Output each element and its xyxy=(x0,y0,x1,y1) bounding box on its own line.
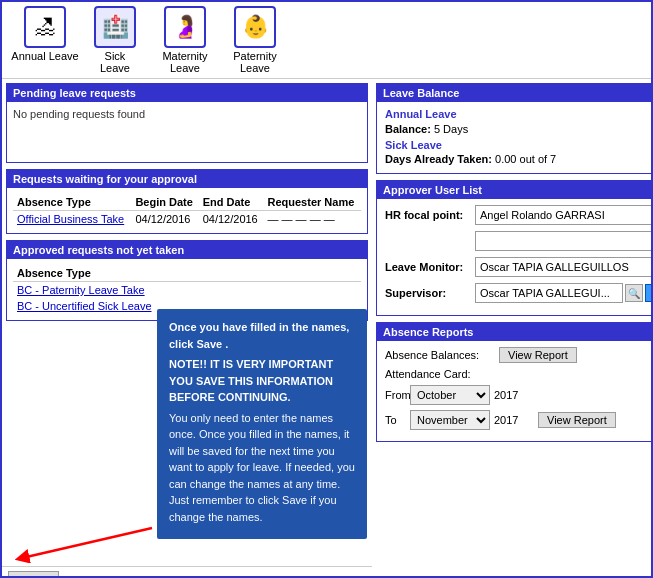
annual-leave-balance-label: Annual Leave xyxy=(385,108,653,120)
paternity-leave-icon-item[interactable]: 👶 Paternity Leave xyxy=(220,6,290,74)
paternity-leave-link[interactable]: BC - Paternity Leave Take xyxy=(17,284,145,296)
leave-icons-bar: 🏖 Annual Leave 🏥 SickLeave 🤰 Maternity L… xyxy=(2,2,651,79)
official-business-link[interactable]: Official Business Take xyxy=(17,213,124,225)
maternity-leave-icon: 🤰 xyxy=(164,6,206,48)
days-taken-row: Days Already Taken: 0.00 out of 7 xyxy=(385,153,653,165)
bottom-bar: Save xyxy=(2,566,372,578)
red-arrow-icon xyxy=(12,523,162,563)
days-taken-value: 0.00 out of 7 xyxy=(495,153,556,165)
end-date-cell: 04/12/2016 xyxy=(199,211,264,228)
hr-focal-input2[interactable] xyxy=(475,231,653,251)
supervisor-input[interactable] xyxy=(475,283,623,303)
sick-leave-icon: 🏥 xyxy=(94,6,136,48)
balance-value: 5 Days xyxy=(434,123,468,135)
tooltip-line2: NOTE!! IT IS VERY IMPORTANT YOU SAVE THI… xyxy=(169,356,355,406)
approved-header: Approved requests not yet taken xyxy=(7,241,367,259)
save-button[interactable]: Save xyxy=(8,571,59,578)
absence-type-cell[interactable]: Official Business Take xyxy=(13,211,131,228)
col-end-date: End Date xyxy=(199,194,264,211)
reports-body: Absence Balances: View Report Attendance… xyxy=(377,341,653,441)
annual-leave-icon: 🏖 xyxy=(24,6,66,48)
supervisor-row: Supervisor: 🔍 + − xyxy=(385,283,653,303)
balance-section: Leave Balance Annual Leave Balance: 5 Da… xyxy=(376,83,653,174)
view-report-button-2[interactable]: View Report xyxy=(538,412,616,428)
hr-focal-input[interactable] xyxy=(475,205,653,225)
view-report-button-1[interactable]: View Report xyxy=(499,347,577,363)
hr-focal-row2: 🔍 xyxy=(385,231,653,251)
sick-leave-balance-label: Sick Leave xyxy=(385,139,653,151)
annual-leave-label: Annual Leave xyxy=(11,50,78,62)
hr-focal-row: HR focal point: 🔍 xyxy=(385,205,653,225)
balance-row: Balance: 5 Days xyxy=(385,123,653,135)
leave-monitor-label: Leave Monitor: xyxy=(385,261,475,273)
tooltip-line3: You only need to enter the names once. O… xyxy=(169,410,355,526)
waiting-header: Requests waiting for your approval xyxy=(7,170,367,188)
maternity-leave-icon-item[interactable]: 🤰 Maternity Leave xyxy=(150,6,220,74)
tooltip-line1: Once you have filled in the names, click… xyxy=(169,319,355,352)
from-row: From JanuaryFebruaryMarch AprilMayJune J… xyxy=(385,385,653,405)
supervisor-label: Supervisor: xyxy=(385,287,475,299)
reports-header: Absence Reports xyxy=(377,323,653,341)
approved-col-absence-type: Absence Type xyxy=(13,265,361,282)
balance-header: Leave Balance xyxy=(377,84,653,102)
paternity-leave-icon: 👶 xyxy=(234,6,276,48)
to-label: To xyxy=(385,414,410,426)
begin-date-cell: 04/12/2016 xyxy=(131,211,198,228)
maternity-leave-label: Maternity Leave xyxy=(150,50,220,74)
balance-body: Annual Leave Balance: 5 Days Sick Leave … xyxy=(377,102,653,173)
sick-leave-icon-item[interactable]: 🏥 SickLeave xyxy=(80,6,150,74)
leave-monitor-row: Leave Monitor: 🔍 xyxy=(385,257,653,277)
left-panel: Pending leave requests No pending reques… xyxy=(2,79,372,578)
waiting-body: Absence Type Begin Date End Date Request… xyxy=(7,188,367,233)
to-month-select[interactable]: JanuaryFebruaryMarch AprilMayJune JulyAu… xyxy=(410,410,490,430)
col-begin-date: Begin Date xyxy=(131,194,198,211)
supervisor-search-button[interactable]: 🔍 xyxy=(625,284,643,302)
paternity-leave-label: Paternity Leave xyxy=(220,50,290,74)
table-row: BC - Paternity Leave Take xyxy=(13,282,361,299)
to-year: 2017 xyxy=(494,414,534,426)
absence-balances-label: Absence Balances: xyxy=(385,349,495,361)
main-layout: Pending leave requests No pending reques… xyxy=(2,79,651,578)
days-taken-label: Days Already Taken: xyxy=(385,153,492,165)
hr-focal-label: HR focal point: xyxy=(385,209,475,221)
approver-header: Approver User List xyxy=(377,181,653,199)
col-absence-type: Absence Type xyxy=(13,194,131,211)
from-month-select[interactable]: JanuaryFebruaryMarch AprilMayJune JulyAu… xyxy=(410,385,490,405)
attendance-card-label-row: Attendance Card: xyxy=(385,368,653,380)
from-year: 2017 xyxy=(494,389,534,401)
col-requester: Requester Name xyxy=(264,194,362,211)
annual-leave-icon-item[interactable]: 🏖 Annual Leave xyxy=(10,6,80,74)
balance-label: Balance: xyxy=(385,123,431,135)
approver-section: Approver User List HR focal point: 🔍 🔍 L… xyxy=(376,180,653,316)
svg-line-0 xyxy=(22,528,152,558)
right-panel: Leave Balance Annual Leave Balance: 5 Da… xyxy=(372,79,653,578)
waiting-table: Absence Type Begin Date End Date Request… xyxy=(13,194,361,227)
approved-table: Absence Type BC - Paternity Leave Take B… xyxy=(13,265,361,314)
pending-section: Pending leave requests No pending reques… xyxy=(6,83,368,163)
table-row: Official Business Take 04/12/2016 04/12/… xyxy=(13,211,361,228)
tooltip-popup: Once you have filled in the names, click… xyxy=(157,309,367,539)
from-label: From xyxy=(385,389,410,401)
waiting-section: Requests waiting for your approval Absen… xyxy=(6,169,368,234)
reports-section: Absence Reports Absence Balances: View R… xyxy=(376,322,653,442)
sick-leave-label: SickLeave xyxy=(100,50,130,74)
pending-body: No pending requests found xyxy=(7,102,367,162)
requester-cell: — — — — — xyxy=(264,211,362,228)
sick-leave-link[interactable]: BC - Uncertified Sick Leave xyxy=(17,300,152,312)
leave-monitor-input[interactable] xyxy=(475,257,653,277)
attendance-card-label: Attendance Card: xyxy=(385,368,495,380)
approved-absence-1[interactable]: BC - Paternity Leave Take xyxy=(13,282,361,299)
absence-balances-row: Absence Balances: View Report xyxy=(385,347,653,363)
pending-header: Pending leave requests xyxy=(7,84,367,102)
pending-empty-message: No pending requests found xyxy=(13,108,145,120)
to-row: To JanuaryFebruaryMarch AprilMayJune Jul… xyxy=(385,410,653,430)
approver-body: HR focal point: 🔍 🔍 Leave Monitor: 🔍 Sup… xyxy=(377,199,653,315)
supervisor-add-button[interactable]: + xyxy=(645,284,653,302)
